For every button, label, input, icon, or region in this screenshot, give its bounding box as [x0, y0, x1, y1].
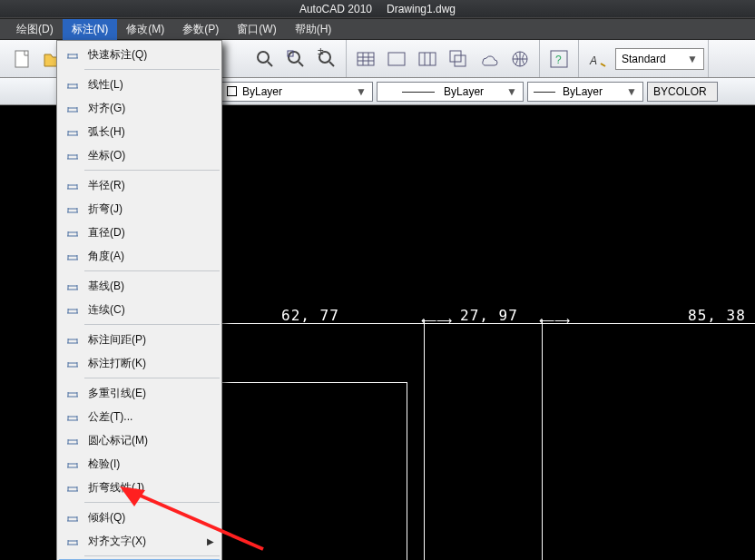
submenu-arrow-icon: ▶: [207, 536, 214, 546]
dd-quick-label: 快速标注(Q): [88, 47, 147, 63]
dd-diameter-label: 直径(D): [88, 225, 125, 241]
ordinate-icon: [63, 148, 83, 162]
color-value: ByLayer: [242, 85, 282, 98]
dim-text-3: 85, 38: [688, 307, 746, 324]
dd-break-label: 标注打断(K): [88, 356, 146, 371]
dd-joglinear-label: 折弯线性(J): [88, 480, 144, 496]
dd-baseline-label: 基线(B): [88, 279, 124, 294]
angle-icon: [63, 249, 83, 263]
plotstyle-value: BYCOLOR: [653, 85, 707, 98]
svg-rect-9: [450, 51, 461, 62]
aligned-icon: [63, 101, 83, 115]
ext-line-1: [424, 319, 425, 560]
diameter-icon: [63, 225, 83, 240]
zoom-window-button[interactable]: [250, 44, 279, 74]
dd-jogged[interactable]: 折弯(J): [57, 197, 221, 221]
svg-text:A: A: [589, 54, 597, 67]
color-combo[interactable]: ByLayer ▼: [221, 82, 373, 102]
linetype-value: ByLayer: [444, 85, 484, 98]
dd-space[interactable]: 标注间距(P): [57, 328, 221, 351]
style-combo[interactable]: Standard ▼: [615, 48, 704, 70]
menu-window[interactable]: 窗口(W): [228, 19, 285, 40]
grid-button[interactable]: [413, 44, 442, 74]
svg-rect-0: [15, 51, 28, 67]
dd-ordinate[interactable]: 坐标(O): [57, 143, 221, 167]
svg-text:?: ?: [555, 54, 562, 66]
dd-aligned-label: 对齐(G): [88, 101, 125, 116]
dd-inspect-label: 检验(I): [88, 457, 120, 472]
dd-mleader[interactable]: 多重引线(E): [57, 381, 221, 405]
svg-text:±: ±: [318, 48, 324, 57]
dd-center-label: 圆心标记(M): [88, 433, 148, 448]
dd-inspect[interactable]: 检验(I): [57, 452, 221, 476]
dd-tolerance[interactable]: 公差(T)...: [57, 405, 221, 428]
break-icon: [63, 356, 83, 370]
zoom-realtime-button[interactable]: ±: [312, 44, 341, 74]
dd-continue[interactable]: 连续(C): [57, 298, 221, 321]
menu-help[interactable]: 帮助(H): [286, 19, 341, 40]
dd-radius[interactable]: 半径(R): [57, 173, 221, 197]
layers-button[interactable]: [444, 44, 473, 74]
tolerance-icon: [63, 409, 83, 424]
arc-len-icon: [63, 124, 83, 139]
menu-dimension[interactable]: 标注(N): [63, 19, 118, 40]
dd-angle-label: 角度(A): [88, 249, 124, 264]
dd-oblique-label: 倾斜(Q): [88, 510, 125, 526]
svg-rect-6: [358, 53, 374, 65]
help-button[interactable]: ?: [544, 44, 574, 74]
dimension-dropdown: 快速标注(Q)线性(L)对齐(G)弧长(H)坐标(O)半径(R)折弯(J)直径(…: [56, 40, 222, 560]
dd-linear[interactable]: 线性(L): [57, 73, 221, 96]
svg-rect-8: [419, 53, 436, 65]
center-icon: [63, 433, 83, 447]
jog-linear-icon: [63, 480, 83, 495]
textstyle-button[interactable]: A: [583, 44, 613, 74]
dd-arclen-label: 弧长(H): [88, 124, 125, 140]
menu-param[interactable]: 参数(P): [173, 19, 228, 40]
continue-icon: [63, 302, 83, 317]
zoom-extents-button[interactable]: [281, 44, 310, 74]
menu-draw[interactable]: 绘图(D): [7, 19, 63, 40]
color-swatch-icon: [227, 86, 237, 96]
dim-text-1: 62, 77: [281, 307, 339, 324]
dd-joglinear[interactable]: 折弯线性(J): [57, 476, 221, 499]
baseline-icon: [63, 279, 83, 293]
dd-arclen[interactable]: 弧长(H): [57, 120, 221, 143]
menu-bar: 绘图(D) 标注(N) 修改(M) 参数(P) 窗口(W) 帮助(H): [0, 18, 755, 40]
dd-aligntext-label: 对齐文字(X): [88, 534, 146, 549]
dd-break[interactable]: 标注打断(K): [57, 351, 221, 375]
dd-mleader-label: 多重引线(E): [88, 386, 146, 401]
table2-button[interactable]: [382, 44, 411, 74]
dd-aligned[interactable]: 对齐(G): [57, 96, 221, 120]
dd-angle[interactable]: 角度(A): [57, 244, 221, 268]
plotstyle-combo[interactable]: BYCOLOR: [647, 82, 718, 102]
linetype-combo[interactable]: ———ByLayer ▼: [377, 82, 524, 102]
inspect-icon: [63, 457, 83, 471]
dd-center[interactable]: 圆心标记(M): [57, 428, 221, 452]
dd-ordinate-label: 坐标(O): [88, 148, 125, 163]
space-icon: [63, 332, 83, 347]
dd-tolerance-label: 公差(T)...: [88, 409, 132, 425]
new-button[interactable]: [8, 44, 37, 74]
lineweight-value: ByLayer: [563, 85, 603, 98]
menu-modify[interactable]: 修改(M): [117, 19, 173, 40]
title-bar: AutoCAD 2010 Drawing1.dwg: [0, 0, 755, 18]
dd-quick[interactable]: 快速标注(Q): [57, 43, 221, 66]
dd-space-label: 标注间距(P): [88, 332, 146, 348]
lineweight-combo[interactable]: ——ByLayer ▼: [527, 82, 643, 102]
quick-dim-icon: [63, 47, 83, 62]
dd-oblique[interactable]: 倾斜(Q): [57, 506, 221, 529]
dd-baseline[interactable]: 基线(B): [57, 274, 221, 298]
mleader-icon: [63, 386, 83, 400]
chevron-down-icon: ▼: [687, 53, 698, 65]
svg-point-1: [258, 52, 269, 63]
file-name: Drawing1.dwg: [387, 3, 456, 15]
dim-text-2: 27, 97: [460, 307, 518, 324]
dd-jogged-label: 折弯(J): [88, 201, 123, 217]
globe-button[interactable]: [505, 44, 534, 74]
table-button[interactable]: [351, 44, 380, 74]
cloud-button[interactable]: [475, 44, 504, 74]
dd-radius-label: 半径(R): [88, 178, 125, 193]
dd-diameter[interactable]: 直径(D): [57, 221, 221, 244]
dd-aligntext[interactable]: 对齐文字(X)▶: [57, 529, 221, 553]
style-value: Standard: [622, 53, 666, 65]
